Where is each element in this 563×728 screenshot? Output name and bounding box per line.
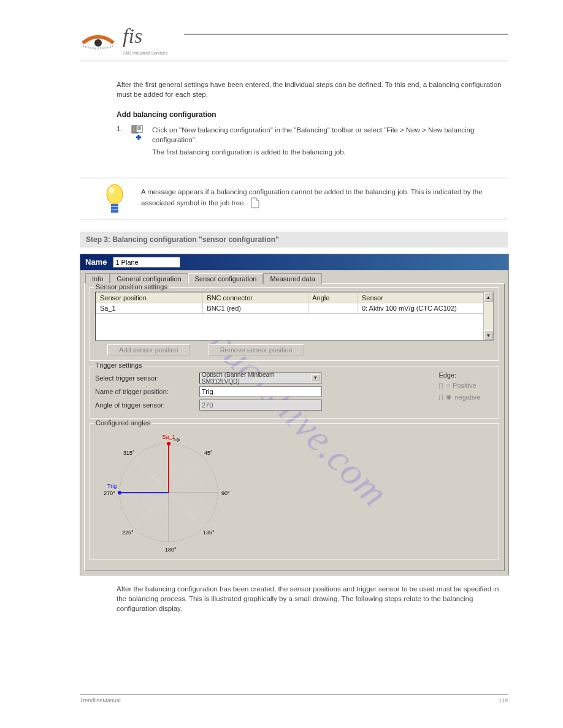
trigger-name-label: Name of trigger position: <box>95 388 199 395</box>
header-rule <box>184 34 508 35</box>
page-icon <box>250 197 260 210</box>
svg-text:270°: 270° <box>104 490 115 496</box>
svg-text:Trig: Trig <box>107 483 117 489</box>
edge-label: Edge: <box>439 371 480 379</box>
tab-sensor[interactable]: Sensor configuration <box>188 273 264 284</box>
svg-point-7 <box>107 184 123 204</box>
svg-text:fis: fis <box>123 25 142 47</box>
remove-sensor-button[interactable]: Remove sensor position <box>209 344 304 355</box>
th-sensor: Sensor <box>358 292 493 303</box>
trigger-sensor-combo[interactable]: Optisch (Banner Minibeam SM312LVQD) ▼ <box>199 373 322 384</box>
td-angle <box>308 303 358 313</box>
edge-negative-radio[interactable]: ⎍ ◉ negative <box>439 392 480 402</box>
trigger-fieldset: Trigger settings Select trigger sensor: … <box>90 366 499 419</box>
polar-diagram: Sa_1 45° 90° 135° 180° 225° 270° 315° Tr… <box>101 431 236 554</box>
page-header: fis FAG Industrial Services <box>80 18 508 61</box>
logo-text: fis FAG Industrial Services <box>123 25 172 55</box>
tab-strip: Info General configuration Sensor config… <box>80 270 508 283</box>
trigger-angle-label: Angle of trigger sensor: <box>95 401 199 409</box>
trigger-legend: Trigger settings <box>94 362 144 369</box>
scrollbar-vertical[interactable]: ▴ ▾ <box>483 292 493 340</box>
tip-box: A message appears if a balancing configu… <box>80 178 508 219</box>
step-number: 1. <box>117 125 126 132</box>
step-text-2: The first balancing configuration is add… <box>152 147 508 157</box>
svg-point-8 <box>109 187 114 194</box>
step-text-1: Click on "New balancing configuration" i… <box>152 125 508 145</box>
tab-measured[interactable]: Measured data <box>263 273 321 284</box>
th-angle: Angle <box>308 292 358 303</box>
trigger-sensor-label: Select trigger sensor: <box>95 374 199 382</box>
scroll-down-icon[interactable]: ▾ <box>484 330 493 340</box>
sensor-legend: Sensor position settings <box>94 283 169 290</box>
section-add-config: Add balancing configuration <box>117 110 508 119</box>
angles-fieldset: Configured angles <box>90 423 499 559</box>
footer-right: 119 <box>499 697 508 703</box>
lightbulb-icon <box>104 183 125 220</box>
svg-text:225°: 225° <box>122 529 134 536</box>
sensor-position-fieldset: Sensor position settings Sensor position… <box>90 287 499 361</box>
svg-point-24 <box>118 491 121 495</box>
td-pos: Sa_1 <box>96 303 203 313</box>
add-sensor-button[interactable]: Add sensor position <box>107 344 190 355</box>
svg-text:180°: 180° <box>165 547 177 553</box>
svg-rect-3 <box>136 125 142 132</box>
edge-positive-radio[interactable]: ⎍ ○ Positive <box>439 381 480 390</box>
name-label: Name <box>85 257 107 267</box>
trigger-angle-input <box>199 400 322 411</box>
logo-subtitle: FAG Industrial Services <box>123 51 172 55</box>
logo-eye-icon <box>80 28 117 52</box>
th-sensor-position: Sensor position <box>96 292 203 303</box>
step3-heading: Step 3: Balancing configuration "sensor … <box>80 232 508 248</box>
svg-point-0 <box>94 39 102 47</box>
svg-text:135°: 135° <box>203 529 215 536</box>
footer-left: TrendlineManual <box>80 697 121 703</box>
chevron-down-icon[interactable]: ▼ <box>311 374 320 381</box>
svg-point-22 <box>167 442 170 446</box>
name-input[interactable] <box>113 257 180 268</box>
edge-negative-icon: ⎍ <box>439 392 443 402</box>
app-window: Name Info General configuration Sensor c… <box>80 254 509 575</box>
svg-text:45°: 45° <box>204 450 213 456</box>
svg-text:90°: 90° <box>221 490 230 496</box>
trigger-name-input[interactable] <box>199 386 322 397</box>
svg-rect-10 <box>111 207 118 210</box>
closing-paragraph: After the balancing configuration has be… <box>117 584 508 613</box>
tab-general[interactable]: General configuration <box>110 273 188 284</box>
edge-positive-icon: ⎍ <box>439 381 443 390</box>
th-bnc: BNC connector <box>203 292 308 303</box>
td-sensor: 0: Aktiv 100 mV/g (CTC AC102) <box>358 303 493 313</box>
svg-text:315°: 315° <box>123 450 135 456</box>
sensor-table[interactable]: Sensor position BNC connector Angle Sens… <box>96 292 493 314</box>
svg-rect-9 <box>111 204 118 207</box>
tab-info[interactable]: Info <box>85 273 110 284</box>
page-footer: TrendlineManual 119 <box>80 694 508 703</box>
table-row[interactable]: Sa_1 BNC1 (red) 0: Aktiv 100 mV/g (CTC A… <box>96 303 493 313</box>
intro-paragraph: After the first general settings have be… <box>117 80 508 99</box>
new-config-icon <box>131 125 147 141</box>
window-titlebar: Name <box>80 254 508 270</box>
edge-positive-label: Positive <box>453 382 477 389</box>
angles-legend: Configured angles <box>94 419 152 427</box>
svg-rect-11 <box>111 210 118 213</box>
edge-negative-label: negative <box>454 393 480 401</box>
tip-text: A message appears if a balancing configu… <box>141 188 483 207</box>
svg-text:Sa_1: Sa_1 <box>162 434 175 440</box>
td-bnc: BNC1 (red) <box>203 303 308 313</box>
scroll-up-icon[interactable]: ▴ <box>484 292 493 302</box>
trigger-sensor-value: Optisch (Banner Minibeam SM312LVQD) <box>202 371 311 385</box>
